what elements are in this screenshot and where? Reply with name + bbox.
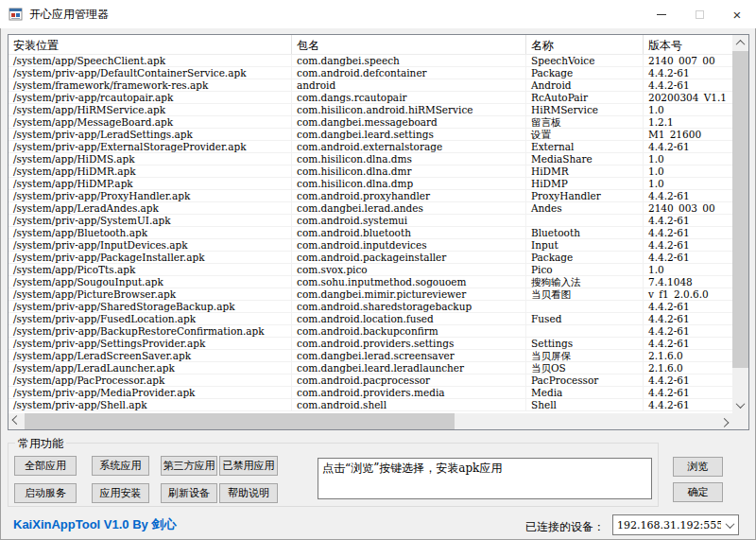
scroll-down-button[interactable]: [732, 397, 748, 413]
table-row[interactable]: /system/priv-app/BackupRestoreConfirmati…: [9, 325, 732, 338]
cell-version: 7.4.1048: [644, 276, 732, 287]
table-row[interactable]: /system/priv-app/ProxyHandler.apkcom.and…: [9, 190, 732, 202]
horizontal-scrollbar-thumb[interactable]: [25, 413, 455, 429]
table-row[interactable]: /system/app/LeradLauncher.apkcom.dangbei…: [9, 362, 732, 375]
table-row[interactable]: /system/priv-app/rcautopair.apkcom.dangs…: [9, 92, 732, 104]
cell-install-location: /system/app/HiDMP.apk: [9, 178, 292, 189]
cell-package-name: com.hisilicon.dlna.dmp: [292, 178, 526, 189]
cell-app-name: Andes: [526, 202, 644, 214]
cell-package-name: android: [292, 79, 526, 91]
table-row[interactable]: /system/app/PictureBrowser.apkcom.dangbe…: [9, 288, 732, 301]
scroll-up-button[interactable]: [732, 35, 748, 51]
cell-install-location: /system/app/HiDMS.apk: [9, 153, 292, 165]
table-row[interactable]: /system/app/HiDMS.apkcom.hisilicon.dlna.…: [9, 153, 732, 165]
vertical-scrollbar[interactable]: [732, 35, 748, 413]
all-apps-button[interactable]: 全部应用: [14, 456, 77, 476]
ok-button[interactable]: 确定: [673, 482, 723, 502]
table-row[interactable]: /system/priv-app/SettingsProvider.apkcom…: [9, 338, 732, 350]
device-select[interactable]: 192.168.31.192:5555: [612, 514, 739, 535]
cell-app-name: 设置: [526, 129, 644, 140]
scroll-right-button[interactable]: [716, 413, 732, 429]
cell-install-location: /system/app/SpeechClient.apk: [9, 55, 292, 66]
table-row[interactable]: /system/app/HiDMP.apkcom.hisilicon.dlna.…: [9, 178, 732, 190]
table-row[interactable]: /system/framework/framework-res.apkandro…: [9, 79, 732, 92]
cell-package-name: com.dangs.rcautopair: [292, 92, 526, 103]
cell-package-name: com.android.systemui: [292, 215, 526, 226]
table-row[interactable]: /system/app/LeradScreenSaver.apkcom.dang…: [9, 350, 732, 362]
cell-package-name: com.dangbei.lerad.screensaver: [292, 350, 526, 361]
cell-install-location: /system/priv-app/DefaultContainerService…: [9, 67, 292, 78]
table-row[interactable]: /system/priv-app/SystemUI.apkcom.android…: [9, 215, 732, 227]
refresh-device-button[interactable]: 刷新设备: [161, 483, 217, 503]
cell-app-name: ProxyHandler: [526, 190, 644, 201]
table-row[interactable]: /system/app/LeradAndes.apkcom.dangbei.le…: [9, 202, 732, 215]
cell-package-name: com.dangbei.leard.settings: [292, 129, 526, 140]
cell-version: 4.4.2-61: [644, 79, 732, 91]
scroll-left-button[interactable]: [9, 413, 25, 429]
table-row[interactable]: /system/app/MessageBoard.apkcom.dangbei.…: [9, 116, 732, 129]
minimize-button[interactable]: [643, 0, 680, 28]
cell-version: 4.4.2-61: [644, 375, 732, 386]
start-service-button[interactable]: 启动服务: [14, 483, 77, 503]
table-row[interactable]: /system/app/PicoTts.apkcom.svox.picoPico…: [9, 264, 732, 276]
table-row[interactable]: /system/app/SpeechClient.apkcom.dangbei.…: [9, 55, 732, 67]
cell-install-location: /system/priv-app/SharedStorageBackup.apk: [9, 301, 292, 312]
cell-app-name: PacProcessor: [526, 375, 644, 386]
column-header-version[interactable]: 版本号: [644, 35, 732, 54]
table-row[interactable]: /system/priv-app/PackageInstaller.apkcom…: [9, 252, 732, 264]
table-row[interactable]: /system/priv-app/SharedStorageBackup.apk…: [9, 301, 732, 313]
help-button[interactable]: 帮助说明: [219, 483, 278, 503]
app-credit: KaiXinAppTool V1.0 By 剑心: [13, 516, 176, 533]
install-app-button[interactable]: 应用安装: [92, 483, 149, 503]
cell-install-location: /system/app/LeradLauncher.apk: [9, 362, 292, 374]
table-row[interactable]: /system/app/HiRMService.apkcom.hisilicon…: [9, 104, 732, 116]
cell-version: 2.1.6.0: [644, 362, 732, 374]
system-apps-button[interactable]: 系统应用: [92, 456, 149, 476]
column-header-name[interactable]: 名称: [526, 35, 644, 54]
cell-app-name: [526, 301, 644, 312]
cell-install-location: /system/priv-app/BackupRestoreConfirmati…: [9, 325, 292, 337]
table-row[interactable]: /system/priv-app/LeradSettings.apkcom.da…: [9, 129, 732, 141]
table-row[interactable]: /system/app/Bluetooth.apkcom.android.blu…: [9, 227, 732, 239]
cell-package-name: com.android.location.fused: [292, 313, 526, 324]
cell-package-name: com.android.packageinstaller: [292, 252, 526, 263]
column-header-install-location[interactable]: 安装位置: [9, 35, 292, 54]
cell-package-name: com.android.proxyhandler: [292, 190, 526, 201]
app-icon: [9, 7, 24, 22]
apk-path-input[interactable]: 点击“浏览”按键选择，安装apk应用: [318, 458, 652, 499]
close-button[interactable]: ×: [718, 0, 756, 28]
disabled-apps-button[interactable]: 已禁用应用: [219, 456, 278, 476]
cell-install-location: /system/priv-app/MediaProvider.apk: [9, 387, 292, 398]
table-row[interactable]: /system/priv-app/MediaProvider.apkcom.an…: [9, 387, 732, 399]
table-row[interactable]: /system/priv-app/Shell.apkcom.android.sh…: [9, 399, 732, 411]
table-row[interactable]: /system/app/PacProcessor.apkcom.android.…: [9, 375, 732, 387]
cell-version: 20200304_V1.1: [644, 92, 732, 103]
vertical-scrollbar-thumb[interactable]: [732, 51, 748, 368]
table-row[interactable]: /system/priv-app/ExternalStorageProvider…: [9, 141, 732, 153]
table-row[interactable]: /system/app/SougouInput.apkcom.sohu.inpu…: [9, 276, 732, 288]
cell-version: 4.4.2-61: [644, 301, 732, 312]
maximize-button: [680, 0, 718, 28]
table-row[interactable]: /system/priv-app/DefaultContainerService…: [9, 67, 732, 79]
cell-version: 4.4.2-61: [644, 239, 732, 251]
cell-package-name: com.svox.pico: [292, 264, 526, 275]
table-row[interactable]: /system/priv-app/InputDevices.apkcom.and…: [9, 239, 732, 252]
horizontal-scrollbar[interactable]: [9, 413, 732, 429]
cell-version: 4.4.2-61: [644, 338, 732, 349]
cell-version: 4.4.2-61: [644, 325, 732, 337]
cell-package-name: com.hisilicon.dlna.dmr: [292, 165, 526, 177]
table-row[interactable]: /system/app/HiDMR.apkcom.hisilicon.dlna.…: [9, 165, 732, 178]
cell-package-name: com.android.defcontainer: [292, 67, 526, 78]
table-row[interactable]: /system/priv-app/FusedLocation.apkcom.an…: [9, 313, 732, 325]
cell-version: 2140_007_00: [644, 55, 732, 66]
third-party-apps-button[interactable]: 第三方应用: [161, 456, 217, 476]
column-header-package[interactable]: 包名: [292, 35, 526, 54]
cell-app-name: 当贝屏保: [526, 350, 644, 361]
cell-version: 4.4.2-61: [644, 190, 732, 201]
scrollbar-corner: [732, 413, 748, 429]
cell-install-location: /system/priv-app/rcautopair.apk: [9, 92, 292, 103]
cell-app-name: 当贝看图: [526, 288, 644, 300]
chevron-right-icon: [720, 418, 730, 427]
browse-button[interactable]: 浏览: [673, 457, 723, 477]
common-functions-label: 常用功能: [15, 436, 66, 452]
